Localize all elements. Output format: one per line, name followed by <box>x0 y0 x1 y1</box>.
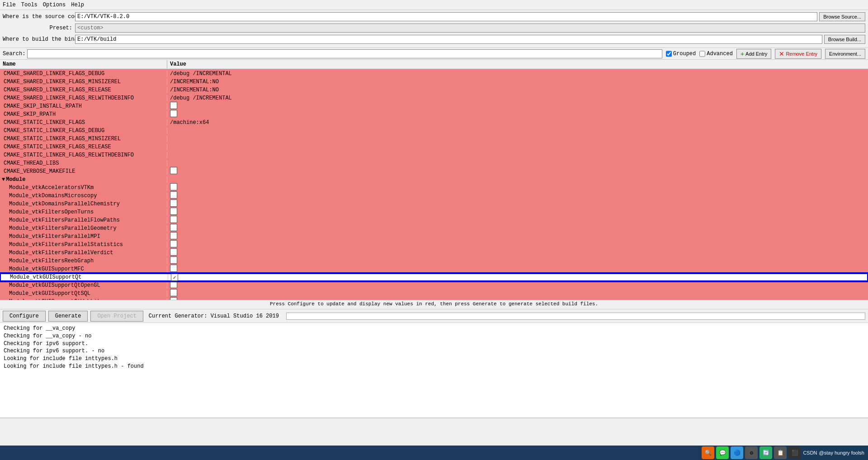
advanced-checkbox-label[interactable]: Advanced <box>699 49 733 58</box>
tray-green[interactable]: 🔄 <box>760 446 772 459</box>
table-row[interactable]: CMAKE_SHARED_LINKER_FLAGS_DEBUG/debug /I… <box>0 70 868 78</box>
search-input[interactable] <box>27 49 662 58</box>
table-row[interactable]: Module_vtkFiltersParallelStatistics <box>0 241 868 249</box>
value-cell <box>167 199 868 209</box>
status-bar: Press Configure to update and display ne… <box>0 300 868 309</box>
table-row[interactable]: Module_vtkDomainsParallelChemistry <box>0 200 868 208</box>
value-cell: /machine:x64 <box>167 119 868 126</box>
value-cell: /debug /INCREMENTAL <box>167 95 868 101</box>
log-line: Checking for __va_copy - no <box>4 332 864 340</box>
checkbox-cell[interactable] <box>170 191 177 199</box>
checkbox-cell[interactable] <box>170 256 177 264</box>
checkbox-cell[interactable] <box>170 199 177 207</box>
value-cell <box>167 208 868 217</box>
checkbox-cell[interactable] <box>170 289 177 296</box>
table-row[interactable]: Module_vtkAcceleratorsVTKm <box>0 184 868 192</box>
table-row[interactable]: CMAKE_STATIC_LINKER_FLAGS_DEBUG <box>0 127 868 135</box>
table-row[interactable]: CMAKE_STATIC_LINKER_FLAGS_MINSIZEREL <box>0 135 868 143</box>
checkbox-cell[interactable] <box>170 224 177 231</box>
name-cell: CMAKE_SKIP_INSTALL_RPATH <box>0 103 167 109</box>
h-scrollbar[interactable] <box>0 418 868 424</box>
remove-entry-button[interactable]: ✕ Remove Entry <box>775 49 821 59</box>
value-cell <box>167 232 868 241</box>
value-cell: /INCREMENTAL:NO <box>167 87 868 93</box>
table-row[interactable]: CMAKE_SHARED_LINKER_FLAGS_MINSIZEREL/INC… <box>0 78 868 86</box>
table-row[interactable]: Module_vtkFiltersParallelGeometry <box>0 224 868 232</box>
checkbox-cell[interactable] <box>170 102 177 109</box>
table-row[interactable]: ▼Module <box>0 175 868 184</box>
configure-button[interactable]: Configure <box>3 311 46 322</box>
table-row[interactable]: Module_vtkGUISupportQt <box>0 273 868 281</box>
add-icon: + <box>741 50 744 57</box>
log-area[interactable]: Checking for __va_copyChecking for __va_… <box>0 323 868 418</box>
tray-copy[interactable]: 📋 <box>774 446 787 459</box>
preset-input[interactable] <box>75 24 865 33</box>
search-label: Search: <box>3 51 25 57</box>
browse-source-button[interactable]: Browse Source... <box>819 12 865 21</box>
tray-chat[interactable]: 💬 <box>716 446 729 459</box>
table-row[interactable]: CMAKE_STATIC_LINKER_FLAGS_RELWITHDEBINFO <box>0 151 868 159</box>
checkbox-cell[interactable] <box>171 274 178 281</box>
name-cell: CMAKE_VERBOSE_MAKEFILE <box>0 168 167 175</box>
value-cell <box>167 102 868 111</box>
menu-tools[interactable]: Tools <box>21 2 38 8</box>
checkbox-cell[interactable] <box>170 248 177 256</box>
value-cell <box>167 281 868 290</box>
col-name-header: Name <box>0 60 167 68</box>
table-row[interactable]: Module_vtkGUISupportQtSQL <box>0 289 868 298</box>
table-row[interactable]: Module_vtkFiltersParallelMPI <box>0 232 868 241</box>
checkbox-cell[interactable] <box>170 265 177 272</box>
table-row[interactable]: CMAKE_STATIC_LINKER_FLAGS_RELEASE <box>0 143 868 151</box>
menu-file[interactable]: File <box>3 2 16 8</box>
tray-settings[interactable]: ⚙️ <box>745 446 758 459</box>
name-cell: ▼Module <box>0 176 167 183</box>
build-row: Where to build the binaries: Browse Buil… <box>3 34 865 44</box>
open-project-button[interactable]: Open Project <box>90 311 143 322</box>
table-row[interactable]: CMAKE_SHARED_LINKER_FLAGS_RELEASE/INCREM… <box>0 86 868 94</box>
table-row[interactable]: CMAKE_STATIC_LINKER_FLAGS/machine:x64 <box>0 119 868 127</box>
table-row[interactable]: Module_vtkFiltersParallelFlowPaths <box>0 216 868 224</box>
add-entry-button[interactable]: + Add Entry <box>736 49 772 59</box>
checkbox-cell[interactable] <box>170 167 177 174</box>
source-input[interactable] <box>75 12 817 21</box>
checkbox-cell[interactable] <box>170 297 177 300</box>
table-row[interactable]: Module_vtkGUISupportQtOpenGL <box>0 281 868 289</box>
table-row[interactable]: Module_vtkFiltersParallelVerdict <box>0 249 868 257</box>
name-cell: Module_vtkGUISupportMFC <box>0 266 167 272</box>
checkbox-cell[interactable] <box>170 208 177 215</box>
checkbox-cell[interactable] <box>170 281 177 288</box>
environment-button[interactable]: Environment... <box>825 49 865 59</box>
menu-help[interactable]: Help <box>71 2 84 8</box>
advanced-checkbox[interactable] <box>699 49 705 58</box>
grouped-checkbox[interactable] <box>666 49 672 58</box>
value-cell <box>168 274 867 281</box>
generate-button[interactable]: Generate <box>48 311 88 322</box>
table-row[interactable]: Module_vtkDomainsMicroscopy <box>0 192 868 200</box>
table-row[interactable]: CMAKE_SKIP_RPATH <box>0 110 868 119</box>
table-row[interactable]: CMAKE_SHARED_LINKER_FLAGS_RELWITHDEBINFO… <box>0 94 868 102</box>
browse-build-button[interactable]: Browse Build... <box>824 35 865 44</box>
table-row[interactable]: CMAKE_SKIP_INSTALL_RPATH <box>0 102 868 110</box>
tray-search[interactable]: 🔍 <box>702 446 714 459</box>
main-table-container[interactable]: CMAKE_SHARED_LINKER_FLAGS_DEBUG/debug /I… <box>0 70 868 300</box>
checkbox-cell[interactable] <box>170 216 177 223</box>
menu-options[interactable]: Options <box>43 2 66 8</box>
name-cell: CMAKE_SKIP_RPATH <box>0 111 167 118</box>
log-line: Checking for __va_copy <box>4 325 864 332</box>
table-row[interactable]: CMAKE_VERBOSE_MAKEFILE <box>0 167 868 175</box>
build-input[interactable] <box>75 35 822 44</box>
checkbox-cell[interactable] <box>170 110 177 117</box>
grouped-checkbox-label[interactable]: Grouped <box>666 49 696 58</box>
table-row[interactable]: CMAKE_THREAD_LIBS <box>0 159 868 167</box>
table-row[interactable]: Module_vtkFiltersReebGraph <box>0 257 868 265</box>
table-row[interactable]: Module_vtkGUISupportMFC <box>0 265 868 273</box>
checkbox-cell[interactable] <box>170 232 177 239</box>
checkbox-cell[interactable] <box>170 240 177 247</box>
checkbox-cell[interactable] <box>170 183 177 190</box>
name-cell: CMAKE_SHARED_LINKER_FLAGS_RELEASE <box>0 87 167 93</box>
table-row[interactable]: Module_vtkFiltersOpenTurns <box>0 208 868 216</box>
value-cell <box>167 167 868 176</box>
tray-settings2[interactable]: ⬛ <box>788 446 801 459</box>
tray-blue[interactable]: 🔵 <box>731 446 743 459</box>
table-row[interactable]: Module_vtkGUISupportQtWebkit <box>0 298 868 300</box>
